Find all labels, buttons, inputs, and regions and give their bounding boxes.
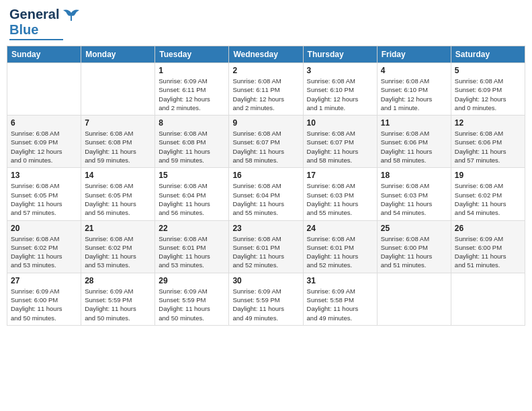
day-of-week-header: Monday — [81, 46, 155, 63]
day-number: 30 — [232, 276, 299, 285]
day-info: Sunrise: 6:08 AM Sunset: 6:02 PM Dayligh… — [85, 234, 151, 270]
calendar-day-cell: 15Sunrise: 6:08 AM Sunset: 6:04 PM Dayli… — [155, 168, 229, 220]
day-of-week-header: Tuesday — [155, 46, 229, 63]
day-number: 29 — [159, 276, 225, 285]
day-number: 26 — [455, 224, 521, 233]
calendar-day-cell: 20Sunrise: 6:08 AM Sunset: 6:02 PM Dayli… — [7, 220, 81, 273]
calendar-day-cell: 30Sunrise: 6:09 AM Sunset: 5:59 PM Dayli… — [229, 273, 303, 325]
day-number: 21 — [85, 224, 151, 233]
day-info: Sunrise: 6:08 AM Sunset: 6:05 PM Dayligh… — [11, 181, 77, 217]
calendar-day-cell: 23Sunrise: 6:08 AM Sunset: 6:01 PM Dayli… — [229, 220, 303, 273]
day-of-week-header: Friday — [377, 46, 451, 63]
day-number: 25 — [381, 224, 447, 233]
calendar-day-cell: 9Sunrise: 6:08 AM Sunset: 6:07 PM Daylig… — [229, 116, 303, 168]
day-number: 8 — [159, 118, 225, 128]
calendar-day-cell: 10Sunrise: 6:08 AM Sunset: 6:07 PM Dayli… — [303, 116, 377, 168]
day-info: Sunrise: 6:08 AM Sunset: 6:06 PM Dayligh… — [455, 129, 521, 165]
calendar-day-cell: 24Sunrise: 6:08 AM Sunset: 6:01 PM Dayli… — [303, 220, 377, 273]
calendar-day-cell: 19Sunrise: 6:08 AM Sunset: 6:02 PM Dayli… — [451, 168, 525, 220]
day-number: 1 — [159, 66, 225, 75]
day-info: Sunrise: 6:08 AM Sunset: 6:02 PM Dayligh… — [11, 234, 77, 270]
calendar-day-cell: 26Sunrise: 6:09 AM Sunset: 6:00 PM Dayli… — [451, 220, 525, 273]
logo-divider — [9, 39, 63, 40]
day-number: 14 — [85, 171, 151, 180]
day-number: 24 — [307, 224, 373, 233]
calendar-day-cell: 2Sunrise: 6:08 AM Sunset: 6:11 PM Daylig… — [229, 63, 303, 116]
calendar-day-cell — [451, 273, 525, 325]
calendar-day-cell: 25Sunrise: 6:08 AM Sunset: 6:00 PM Dayli… — [377, 220, 451, 273]
day-number: 28 — [85, 276, 151, 285]
day-number: 27 — [11, 276, 77, 285]
calendar-day-cell: 13Sunrise: 6:08 AM Sunset: 6:05 PM Dayli… — [7, 168, 81, 220]
calendar-day-cell: 31Sunrise: 6:09 AM Sunset: 5:58 PM Dayli… — [303, 273, 377, 325]
calendar-day-cell: 4Sunrise: 6:08 AM Sunset: 6:10 PM Daylig… — [377, 63, 451, 116]
calendar-week-row: 6Sunrise: 6:08 AM Sunset: 6:09 PM Daylig… — [7, 116, 525, 168]
day-info: Sunrise: 6:08 AM Sunset: 6:11 PM Dayligh… — [232, 77, 299, 112]
day-number: 5 — [455, 66, 521, 75]
logo-general-text: General — [9, 7, 59, 22]
day-info: Sunrise: 6:08 AM Sunset: 6:00 PM Dayligh… — [381, 234, 447, 270]
day-info: Sunrise: 6:09 AM Sunset: 5:59 PM Dayligh… — [85, 287, 151, 322]
logo-blue-text: Blue — [9, 22, 38, 38]
day-number: 22 — [159, 224, 225, 233]
calendar-day-cell: 6Sunrise: 6:08 AM Sunset: 6:09 PM Daylig… — [7, 116, 81, 168]
day-number: 15 — [159, 171, 225, 180]
day-info: Sunrise: 6:09 AM Sunset: 5:59 PM Dayligh… — [232, 287, 299, 322]
day-number: 9 — [232, 118, 299, 128]
day-number: 4 — [381, 66, 447, 75]
day-info: Sunrise: 6:08 AM Sunset: 6:03 PM Dayligh… — [307, 181, 373, 217]
day-info: Sunrise: 6:09 AM Sunset: 5:58 PM Dayligh… — [307, 287, 373, 322]
page-header: General Blue — [7, 7, 525, 40]
calendar-day-cell: 7Sunrise: 6:08 AM Sunset: 6:08 PM Daylig… — [81, 116, 155, 168]
day-of-week-header: Thursday — [303, 46, 377, 63]
day-number: 11 — [381, 118, 447, 128]
day-number: 18 — [381, 171, 447, 180]
calendar-day-cell — [7, 63, 81, 116]
calendar-day-cell: 28Sunrise: 6:09 AM Sunset: 5:59 PM Dayli… — [81, 273, 155, 325]
calendar-week-row: 27Sunrise: 6:09 AM Sunset: 6:00 PM Dayli… — [7, 273, 525, 325]
day-of-week-header: Wednesday — [229, 46, 303, 63]
day-number: 7 — [85, 118, 151, 128]
calendar-day-cell: 22Sunrise: 6:08 AM Sunset: 6:01 PM Dayli… — [155, 220, 229, 273]
day-info: Sunrise: 6:08 AM Sunset: 6:01 PM Dayligh… — [232, 234, 299, 270]
calendar-day-cell: 29Sunrise: 6:09 AM Sunset: 5:59 PM Dayli… — [155, 273, 229, 325]
day-info: Sunrise: 6:09 AM Sunset: 5:59 PM Dayligh… — [159, 287, 225, 322]
day-info: Sunrise: 6:08 AM Sunset: 6:03 PM Dayligh… — [381, 181, 447, 217]
day-info: Sunrise: 6:08 AM Sunset: 6:01 PM Dayligh… — [307, 234, 373, 270]
day-number: 3 — [307, 66, 373, 75]
calendar-day-cell: 3Sunrise: 6:08 AM Sunset: 6:10 PM Daylig… — [303, 63, 377, 116]
day-info: Sunrise: 6:08 AM Sunset: 6:08 PM Dayligh… — [85, 129, 151, 165]
day-number: 17 — [307, 171, 373, 180]
calendar-week-row: 13Sunrise: 6:08 AM Sunset: 6:05 PM Dayli… — [7, 168, 525, 220]
calendar-day-cell: 21Sunrise: 6:08 AM Sunset: 6:02 PM Dayli… — [81, 220, 155, 273]
logo-bird-icon — [62, 7, 81, 22]
day-info: Sunrise: 6:08 AM Sunset: 6:04 PM Dayligh… — [159, 181, 225, 217]
day-info: Sunrise: 6:08 AM Sunset: 6:07 PM Dayligh… — [307, 129, 373, 165]
day-info: Sunrise: 6:08 AM Sunset: 6:09 PM Dayligh… — [11, 129, 77, 165]
calendar-day-cell: 12Sunrise: 6:08 AM Sunset: 6:06 PM Dayli… — [451, 116, 525, 168]
day-info: Sunrise: 6:08 AM Sunset: 6:10 PM Dayligh… — [381, 77, 447, 112]
day-number: 10 — [307, 118, 373, 128]
day-info: Sunrise: 6:08 AM Sunset: 6:06 PM Dayligh… — [381, 129, 447, 165]
day-info: Sunrise: 6:08 AM Sunset: 6:08 PM Dayligh… — [159, 129, 225, 165]
calendar-day-cell: 17Sunrise: 6:08 AM Sunset: 6:03 PM Dayli… — [303, 168, 377, 220]
day-info: Sunrise: 6:08 AM Sunset: 6:07 PM Dayligh… — [232, 129, 299, 165]
day-of-week-header: Saturday — [451, 46, 525, 63]
day-info: Sunrise: 6:09 AM Sunset: 6:00 PM Dayligh… — [11, 287, 77, 322]
day-number: 13 — [11, 171, 77, 180]
calendar-week-row: 20Sunrise: 6:08 AM Sunset: 6:02 PM Dayli… — [7, 220, 525, 273]
logo: General Blue — [9, 7, 81, 40]
day-number: 23 — [232, 224, 299, 233]
calendar-day-cell: 14Sunrise: 6:08 AM Sunset: 6:05 PM Dayli… — [81, 168, 155, 220]
day-info: Sunrise: 6:08 AM Sunset: 6:04 PM Dayligh… — [232, 181, 299, 217]
day-number: 31 — [307, 276, 373, 285]
day-info: Sunrise: 6:08 AM Sunset: 6:09 PM Dayligh… — [455, 77, 521, 112]
calendar-day-cell: 8Sunrise: 6:08 AM Sunset: 6:08 PM Daylig… — [155, 116, 229, 168]
calendar-day-cell: 5Sunrise: 6:08 AM Sunset: 6:09 PM Daylig… — [451, 63, 525, 116]
day-number: 20 — [11, 224, 77, 233]
calendar-week-row: 1Sunrise: 6:09 AM Sunset: 6:11 PM Daylig… — [7, 63, 525, 116]
day-info: Sunrise: 6:08 AM Sunset: 6:05 PM Dayligh… — [85, 181, 151, 217]
day-info: Sunrise: 6:08 AM Sunset: 6:10 PM Dayligh… — [307, 77, 373, 112]
day-of-week-header: Sunday — [7, 46, 81, 63]
calendar-table: SundayMondayTuesdayWednesdayThursdayFrid… — [7, 46, 525, 326]
